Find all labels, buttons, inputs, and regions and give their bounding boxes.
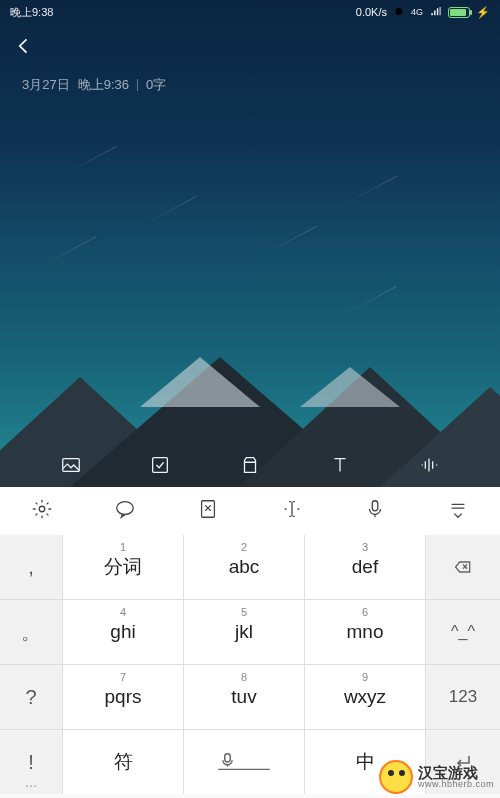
text-style-icon[interactable]	[329, 454, 351, 480]
svg-point-3	[39, 506, 45, 512]
image-icon[interactable]	[60, 454, 82, 480]
key-5[interactable]: 5jkl	[184, 600, 304, 664]
lang-key[interactable]: 中	[305, 730, 425, 794]
note-date: 3月27日	[22, 76, 70, 94]
note-word-count: 0字	[146, 76, 166, 94]
emoji-key[interactable]: ^_^	[426, 600, 500, 664]
collapse-icon[interactable]	[447, 498, 469, 524]
svg-rect-7	[225, 754, 231, 762]
backspace-key[interactable]	[426, 535, 500, 599]
numeric-key[interactable]: 123	[426, 665, 500, 729]
punct-question[interactable]: ?	[0, 665, 62, 729]
voice-wave-icon[interactable]	[418, 454, 440, 480]
keyboard: , 1分词 2abc 3def 。 4ghi 5jkl 6mno ^_^ ? 7…	[0, 487, 500, 798]
key-4[interactable]: 4ghi	[63, 600, 183, 664]
note-time: 晚上9:36	[78, 76, 129, 94]
gear-icon[interactable]	[31, 498, 53, 524]
key-9[interactable]: 9wxyz	[305, 665, 425, 729]
clipboard-cut-icon[interactable]	[197, 498, 219, 524]
meta-separator	[137, 79, 138, 91]
enter-key[interactable]	[426, 730, 500, 794]
symbol-key[interactable]: 符	[63, 730, 183, 794]
editor-toolbar	[0, 448, 500, 486]
checklist-icon[interactable]	[149, 454, 171, 480]
key-3[interactable]: 3def	[305, 535, 425, 599]
speech-icon[interactable]	[114, 498, 136, 524]
key-2[interactable]: 2abc	[184, 535, 304, 599]
note-meta: 3月27日 晚上9:36 0字	[22, 76, 166, 94]
status-bar: 晚上9:38 0.0K/s 4G ⚡	[0, 0, 500, 24]
svg-rect-6	[372, 501, 378, 511]
key-7[interactable]: 7pqrs	[63, 665, 183, 729]
svg-rect-5	[202, 501, 215, 518]
punct-period[interactable]: 。	[0, 600, 62, 664]
back-button[interactable]	[14, 36, 34, 62]
status-signal-label: 4G	[411, 7, 423, 17]
space-key[interactable]	[184, 730, 304, 794]
status-time: 晚上9:38	[10, 5, 53, 20]
clipboard-icon[interactable]	[239, 454, 261, 480]
signal-icon	[429, 6, 442, 19]
microphone-icon[interactable]	[364, 498, 386, 524]
svg-point-0	[395, 8, 402, 15]
keyboard-top-row	[0, 487, 500, 535]
charging-icon: ⚡	[476, 6, 490, 19]
status-net-speed: 0.0K/s	[356, 6, 387, 18]
punct-comma[interactable]: ,	[0, 535, 62, 599]
keyboard-grid: , 1分词 2abc 3def 。 4ghi 5jkl 6mno ^_^ ? 7…	[0, 535, 500, 794]
svg-rect-2	[153, 458, 168, 473]
cursor-icon[interactable]	[281, 498, 303, 524]
battery-icon	[448, 7, 470, 18]
key-6[interactable]: 6mno	[305, 600, 425, 664]
key-1[interactable]: 1分词	[63, 535, 183, 599]
punct-exclaim[interactable]: ! …	[0, 730, 62, 794]
key-8[interactable]: 8tuv	[184, 665, 304, 729]
alarm-off-icon	[393, 5, 405, 19]
svg-rect-1	[63, 459, 80, 472]
